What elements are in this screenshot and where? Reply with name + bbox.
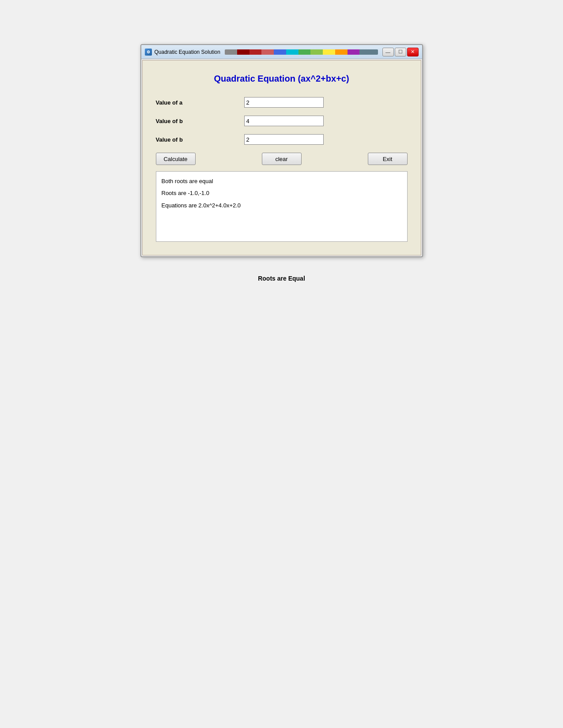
buttons-row: Calculate clear Exit [156,153,408,165]
window-title: Quadratic Equation Solution [155,49,220,55]
restore-button[interactable]: ☐ [395,48,406,56]
title-bar-left: ⚙ Quadratic Equation Solution [145,49,220,56]
field-c-row: Value of b [156,134,408,145]
field-c-input[interactable] [244,134,324,145]
output-line-1: Both roots are equal [162,176,402,186]
window-content: Quadratic Equation (ax^2+bx+c) Value of … [142,60,421,255]
field-a-row: Value of a [156,97,408,108]
app-title: Quadratic Equation (ax^2+bx+c) [156,74,408,84]
field-b-input[interactable] [244,116,324,126]
footer-text: Roots are Equal [258,275,305,282]
window-icon: ⚙ [145,49,152,56]
field-b-label: Value of b [156,118,244,124]
output-area: Both roots are equal Roots are -1.0,-1.0… [156,171,408,242]
output-line-2: Roots are -1.0,-1.0 [162,188,402,198]
title-bar-controls: — ☐ ✕ [382,48,419,56]
close-button[interactable]: ✕ [407,48,419,56]
field-a-label: Value of a [156,99,244,106]
page-footer: Roots are Equal [258,275,305,282]
output-line-3: Equations are 2.0x^2+4.0x+2.0 [162,200,402,210]
calculate-button[interactable]: Calculate [156,153,196,165]
color-strip [225,49,378,55]
field-b-row: Value of b [156,116,408,126]
minimize-button[interactable]: — [382,48,394,56]
field-a-input[interactable] [244,97,324,108]
field-c-label: Value of b [156,136,244,143]
clear-button[interactable]: clear [262,153,302,165]
main-window: ⚙ Quadratic Equation Solution — ☐ ✕ Quad… [140,44,423,257]
title-bar: ⚙ Quadratic Equation Solution — ☐ ✕ [141,45,422,59]
exit-button[interactable]: Exit [368,153,408,165]
